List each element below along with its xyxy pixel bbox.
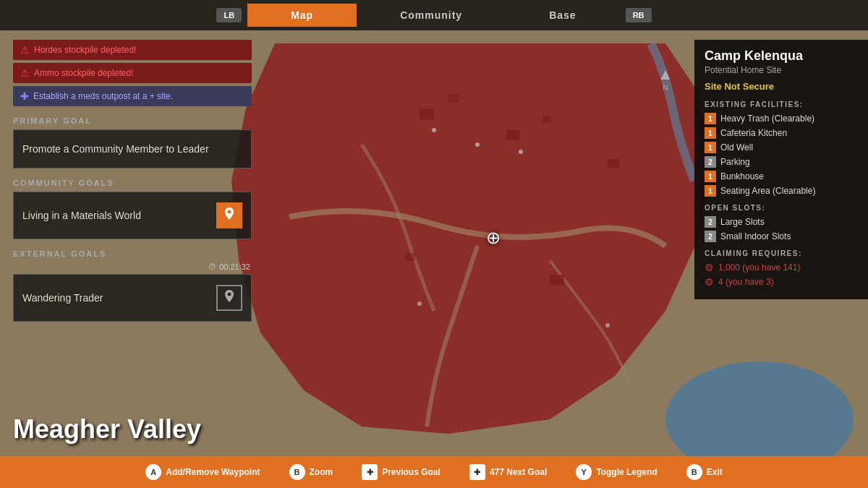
primary-goal-box: Promote a Community Member to Leader bbox=[13, 129, 252, 168]
timer-value: 00:21:32 bbox=[219, 262, 250, 271]
site-status: Site Not Secure bbox=[705, 81, 858, 92]
btn-y: Y bbox=[576, 464, 592, 480]
facility-4-num: 2 bbox=[705, 156, 716, 168]
action-prev-goal[interactable]: ✚ Previous Goal bbox=[362, 464, 441, 480]
tab-community[interactable]: Community bbox=[357, 4, 506, 27]
facility-1: 1 Heavy Trash (Clearable) bbox=[705, 113, 858, 124]
tab-base[interactable]: Base bbox=[506, 4, 619, 27]
action-next-label: 477 Next Goal bbox=[490, 467, 547, 477]
slot-1-name: Large Slots bbox=[720, 217, 765, 227]
timer-icon: ⏱ bbox=[208, 262, 216, 271]
svg-point-10 bbox=[475, 142, 480, 147]
facility-2: 1 Cafeteria Kitchen bbox=[705, 127, 858, 139]
action-waypoint-label: Add/Remove Waypoint bbox=[166, 467, 260, 477]
community-goals-label: COMMUNITY GOALS bbox=[13, 179, 252, 187]
alert-1: ⚠ Hordes stockpile depleted! bbox=[13, 40, 252, 60]
action-waypoint[interactable]: A Add/Remove Waypoint bbox=[145, 464, 260, 480]
lb-button[interactable]: LB bbox=[216, 8, 242, 22]
btn-prev: ✚ bbox=[362, 464, 378, 480]
action-prev-label: Previous Goal bbox=[382, 467, 441, 477]
facilities-label: EXISTING FACILITIES: bbox=[705, 100, 858, 108]
svg-point-12 bbox=[417, 301, 422, 306]
slot-2-name: Small Indoor Slots bbox=[720, 231, 791, 241]
site-type: Potential Home Site bbox=[705, 65, 858, 75]
alert-text-3: Establish a meds outpost at a + site. bbox=[33, 91, 173, 101]
left-panel: ⚠ Hordes stockpile depleted! ⚠ Ammo stoc… bbox=[13, 40, 252, 325]
svg-point-9 bbox=[432, 128, 436, 132]
action-zoom[interactable]: B Zoom bbox=[289, 464, 333, 480]
slot-2-num: 2 bbox=[705, 231, 716, 242]
primary-goal-text: Promote a Community Member to Leader bbox=[22, 143, 242, 155]
action-next-goal[interactable]: ✚ 477 Next Goal bbox=[469, 464, 547, 480]
facility-6: 1 Seating Area (Clearable) bbox=[705, 185, 858, 197]
action-zoom-label: Zoom bbox=[310, 467, 333, 477]
open-slots-section: OPEN SLOTS: 2 Large Slots 2 Small Indoor… bbox=[705, 204, 858, 242]
action-exit[interactable]: B Exit bbox=[686, 464, 723, 480]
facility-3-name: Old Well bbox=[720, 142, 753, 153]
map-location-name: Meagher Valley bbox=[13, 414, 201, 445]
primary-goal-label: PRIMARY GOAL bbox=[13, 116, 252, 125]
alert-3: ✚ Establish a meds outpost at a + site. bbox=[13, 86, 252, 106]
facility-2-name: Cafeteria Kitchen bbox=[720, 128, 787, 138]
claiming-section: CLAIMING REQUIRES: ⚙ 1,000 (you have 141… bbox=[705, 249, 858, 288]
facility-1-num: 1 bbox=[705, 113, 716, 124]
top-nav: LB Map Community Base RB bbox=[0, 0, 868, 30]
action-exit-label: Exit bbox=[707, 467, 723, 477]
community-goal-text: Living in a Materials World bbox=[22, 210, 216, 221]
next-goal-num: 477 bbox=[490, 467, 504, 477]
svg-rect-8 bbox=[550, 275, 564, 286]
facility-5: 1 Bunkhouse bbox=[705, 171, 858, 182]
facility-5-name: Bunkhouse bbox=[720, 171, 764, 181]
claim-icon-2: ⚙ bbox=[705, 276, 714, 288]
map-location: Meagher Valley bbox=[13, 414, 201, 445]
alert-text-2: Ammo stockpile depleted! bbox=[34, 68, 133, 78]
claim-text-1: 1,000 (you have 141) bbox=[718, 262, 800, 273]
btn-a: A bbox=[145, 464, 161, 480]
next-goal-label: Next Goal bbox=[506, 467, 547, 477]
action-legend-label: Toggle Legend bbox=[596, 467, 657, 477]
facility-3-num: 1 bbox=[705, 142, 716, 153]
map-marker: ⊕ bbox=[486, 228, 501, 248]
claim-2: ⚙ 4 (you have 3) bbox=[705, 276, 858, 288]
svg-rect-7 bbox=[405, 253, 415, 261]
slot-1-num: 2 bbox=[705, 216, 716, 228]
alert-icon-1: ⚠ bbox=[20, 44, 30, 56]
svg-rect-5 bbox=[542, 116, 551, 123]
open-slots-label: OPEN SLOTS: bbox=[705, 204, 858, 212]
svg-point-11 bbox=[519, 150, 523, 154]
community-goal-pin[interactable] bbox=[216, 202, 242, 228]
svg-text:N: N bbox=[663, 84, 668, 92]
timer-row: ⏱ 00:21:32 bbox=[13, 262, 252, 271]
rb-button[interactable]: RB bbox=[626, 8, 652, 22]
facility-6-name: Seating Area (Clearable) bbox=[720, 186, 815, 196]
external-goal-pin[interactable] bbox=[216, 285, 242, 311]
external-goals-label: EXTERNAL GOALS bbox=[13, 249, 252, 258]
facility-4-name: Parking bbox=[720, 157, 750, 167]
right-panel: Camp Kelenqua Potential Home Site Site N… bbox=[694, 40, 868, 299]
facility-5-num: 1 bbox=[705, 171, 716, 182]
claim-icon-1: ⚙ bbox=[705, 262, 714, 273]
bottom-bar: A Add/Remove Waypoint B Zoom ✚ Previous … bbox=[0, 456, 868, 488]
community-goal-box: Living in a Materials World bbox=[13, 192, 252, 239]
facility-4: 2 Parking bbox=[705, 156, 858, 168]
external-goal-text: Wandering Trader bbox=[22, 292, 216, 304]
facility-1-name: Heavy Trash (Clearable) bbox=[720, 114, 814, 124]
svg-point-13 bbox=[605, 323, 610, 328]
external-goal-box: Wandering Trader bbox=[13, 274, 252, 322]
tab-map[interactable]: Map bbox=[247, 4, 357, 27]
svg-rect-2 bbox=[420, 108, 434, 119]
slot-2: 2 Small Indoor Slots bbox=[705, 231, 858, 242]
claim-text-2: 4 (you have 3) bbox=[718, 277, 774, 287]
facility-2-num: 1 bbox=[705, 127, 716, 139]
site-name: Camp Kelenqua bbox=[705, 48, 858, 64]
slot-1: 2 Large Slots bbox=[705, 216, 858, 228]
action-legend[interactable]: Y Toggle Legend bbox=[576, 464, 657, 480]
svg-text:▲: ▲ bbox=[658, 65, 673, 83]
btn-next: ✚ bbox=[469, 464, 485, 480]
facility-6-num: 1 bbox=[705, 185, 716, 197]
claiming-label: CLAIMING REQUIRES: bbox=[705, 249, 858, 257]
alert-2: ⚠ Ammo stockpile depleted! bbox=[13, 63, 252, 83]
alert-icon-3: ✚ bbox=[20, 90, 29, 102]
btn-b-zoom: B bbox=[289, 464, 305, 480]
alert-icon-2: ⚠ bbox=[20, 67, 30, 79]
